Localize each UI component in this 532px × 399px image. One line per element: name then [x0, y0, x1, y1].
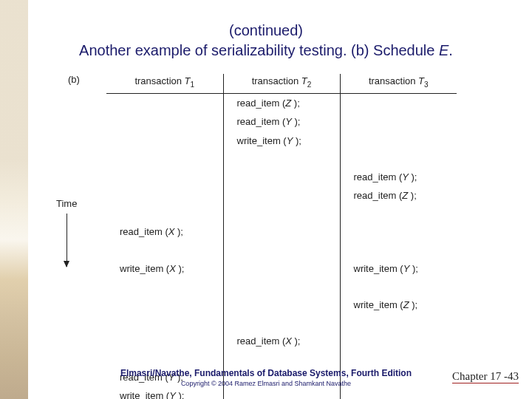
- slide-title: (continued) Another example of serializa…: [25, 21, 507, 61]
- table-gap-row: [106, 278, 457, 296]
- table-cell: read_item (X );: [106, 222, 223, 242]
- table-cell: [340, 278, 457, 296]
- table-cell: read_item (Y );: [223, 112, 340, 132]
- table-row: read_item (Y );: [106, 112, 457, 132]
- table-gap-row: [106, 350, 457, 368]
- table-cell: [106, 332, 223, 351]
- table-row: write_item (Y );: [106, 132, 457, 151]
- table-cell: read_item (X );: [223, 332, 340, 351]
- chapter-text: Chapter 17 -43: [452, 370, 519, 383]
- table-cell: write_item (Y );: [340, 259, 457, 279]
- table-cell: read_item (Z );: [340, 186, 457, 205]
- table-gap-row: [106, 242, 457, 259]
- table-cell: [340, 222, 457, 242]
- table-cell: [340, 332, 457, 351]
- time-arrow-head: [64, 261, 69, 267]
- header-t1-prefix: transaction: [134, 75, 184, 86]
- table-cell: read_item (Z );: [223, 93, 340, 112]
- time-axis: Time: [56, 198, 77, 267]
- table-cell: [223, 296, 340, 315]
- table-cell: write_item (X );: [106, 259, 223, 279]
- table-cell: [223, 222, 340, 242]
- table-cell: [340, 350, 457, 368]
- table-row: write_item (Y );: [106, 386, 457, 399]
- table-row: read_item (Z );: [106, 93, 457, 112]
- table-row: read_item (X );: [106, 222, 457, 242]
- time-arrow: [66, 214, 67, 267]
- figure-label: (b): [68, 74, 80, 85]
- header-t3-sub: 3: [424, 81, 429, 89]
- table-row: write_item (Z );: [106, 296, 457, 315]
- header-t3-prefix: transaction: [369, 75, 418, 86]
- table-gap-row: [106, 205, 457, 223]
- header-t1-var: T: [185, 75, 191, 86]
- table-cell: [106, 93, 223, 112]
- table-cell: [106, 205, 223, 223]
- table-cell: [223, 314, 340, 332]
- table-cell: [223, 259, 340, 279]
- table-cell: [223, 205, 340, 223]
- header-t2: transaction T2: [223, 74, 340, 93]
- table-gap-row: [106, 150, 457, 168]
- table-cell: [223, 278, 340, 296]
- table-cell: [340, 150, 457, 168]
- header-t3-var: T: [418, 75, 424, 86]
- table-cell: [223, 350, 340, 368]
- table-cell: [340, 132, 457, 151]
- title-line2-suffix: .: [449, 42, 453, 58]
- table-cell: read_item (Y );: [340, 168, 457, 187]
- table-cell: write_item (Y );: [223, 132, 340, 151]
- title-line1: (continued): [229, 22, 303, 38]
- table-cell: [340, 93, 457, 112]
- table-cell: [106, 314, 223, 332]
- title-schedule-letter: E: [439, 42, 449, 58]
- slide: (continued) Another example of serializa…: [0, 0, 532, 399]
- header-t3: transaction T3: [340, 74, 457, 93]
- table-cell: [106, 150, 223, 168]
- table-cell: [223, 150, 340, 168]
- table-cell: [106, 186, 223, 205]
- table-cell: [106, 296, 223, 315]
- table-cell: [223, 242, 340, 259]
- table-cell: [106, 168, 223, 187]
- title-line2-prefix: Another example of serializability testi…: [79, 42, 439, 58]
- table-cell: [106, 112, 223, 132]
- table-cell: [340, 314, 457, 332]
- figure: (b) Time transaction T1 transaction T2: [68, 74, 507, 399]
- table-cell: write_item (Y );: [106, 386, 223, 399]
- table-row: write_item (X );write_item (Y );: [106, 259, 457, 279]
- table-cell: [223, 386, 340, 399]
- schedule-table: transaction T1 transaction T2 transactio…: [106, 74, 457, 399]
- table-row: read_item (Y );: [106, 168, 457, 187]
- header-t1: transaction T1: [106, 74, 223, 93]
- table-cell: [106, 132, 223, 151]
- table-cell: [223, 186, 340, 205]
- table-row: read_item (Z );: [106, 186, 457, 205]
- table-cell: [223, 168, 340, 187]
- table-cell: [106, 278, 223, 296]
- header-t1-sub: 1: [191, 81, 195, 89]
- header-t2-prefix: transaction: [252, 75, 301, 86]
- table-cell: [340, 205, 457, 223]
- header-t2-sub: 2: [307, 81, 312, 89]
- header-t2-var: T: [301, 75, 307, 86]
- table-cell: write_item (Z );: [340, 296, 457, 315]
- chapter-indicator: Chapter 17 -43: [452, 369, 519, 383]
- table-cell: [106, 242, 223, 259]
- time-label: Time: [56, 198, 77, 209]
- table-cell: [340, 242, 457, 259]
- table-cell: [106, 350, 223, 368]
- table-cell: [340, 386, 457, 399]
- table-row: read_item (X );: [106, 332, 457, 351]
- table-gap-row: [106, 314, 457, 332]
- table-cell: [340, 112, 457, 132]
